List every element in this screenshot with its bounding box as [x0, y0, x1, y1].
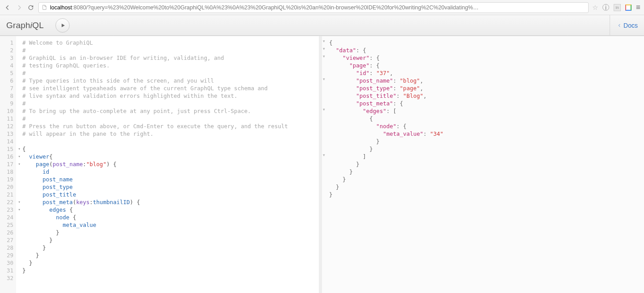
editor-panes: 1234567891011121314151617181920212223242… [0, 36, 644, 293]
page-icon [42, 4, 47, 10]
url-path: :8080/?query=%23%20Welcome%20to%20Graphi… [72, 4, 478, 11]
reload-button[interactable] [27, 4, 35, 12]
graphiql-logo: GraphiQL [6, 21, 44, 30]
docs-toggle[interactable]: Docs [610, 15, 638, 35]
extension-icon[interactable]: In [614, 4, 621, 11]
result-viewer[interactable]: { "data": { "viewer": { "page": { "id": … [322, 36, 644, 201]
info-icon[interactable]: i [602, 4, 609, 11]
address-bar[interactable]: localhost:8080/?query=%23%20Welcome%20to… [38, 2, 589, 13]
svg-marker-0 [62, 24, 65, 27]
line-number-gutter: 1234567891011121314151617181920212223242… [0, 36, 16, 293]
extension-icon-2[interactable] [625, 4, 631, 11]
docs-label: Docs [623, 22, 638, 29]
hamburger-menu-icon[interactable]: ≡ [636, 3, 640, 12]
bookmark-star-icon[interactable]: ☆ [592, 4, 598, 12]
url-host: localhost [50, 4, 72, 11]
back-button[interactable] [4, 4, 12, 12]
browser-chrome: localhost:8080/?query=%23%20Welcome%20to… [0, 0, 644, 15]
result-pane: ▾▾▾▾▾▾ { "data": { "viewer": { "page": {… [322, 36, 644, 293]
run-query-button[interactable] [55, 18, 70, 33]
result-fold-gutter: ▾▾▾▾▾▾ [322, 36, 327, 293]
graphiql-toolbar: GraphiQL Docs [0, 15, 644, 36]
query-editor[interactable]: # Welcome to GraphiQL # # GraphiQL is an… [16, 36, 319, 293]
forward-button[interactable] [15, 4, 23, 12]
query-editor-pane[interactable]: 1234567891011121314151617181920212223242… [0, 36, 322, 293]
